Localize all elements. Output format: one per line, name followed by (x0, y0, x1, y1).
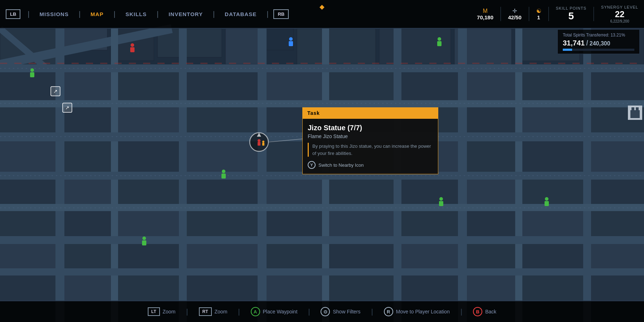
svg-rect-76 (401, 211, 458, 236)
svg-rect-63 (187, 180, 258, 204)
svg-rect-67 (467, 180, 515, 204)
bottom-hud: LT Zoom | RT Zoom | A Place Waypoint | ⊙… (0, 301, 644, 322)
position-icon: ✛ (512, 8, 517, 14)
svg-rect-8 (379, 29, 451, 64)
svg-rect-29 (0, 268, 644, 275)
svg-rect-48 (522, 107, 583, 132)
money-value: 70,180 (477, 14, 493, 20)
svg-rect-47 (467, 107, 515, 132)
svg-rect-79 (591, 211, 644, 236)
bottom-show-filters[interactable]: ⊙ Show Filters (321, 307, 360, 316)
spirits-current: 31,741 (563, 39, 585, 47)
svg-rect-97 (467, 275, 515, 301)
svg-rect-60 (0, 180, 55, 204)
bottom-sep-3: | (308, 308, 310, 316)
skill-points-box: SKILL POINTS 5 (556, 6, 587, 22)
svg-rect-82 (118, 244, 179, 268)
svg-rect-84 (267, 244, 322, 268)
svg-rect-35 (329, 72, 394, 100)
svg-rect-87 (467, 244, 515, 268)
synergy-value: 22 (615, 9, 625, 19)
svg-rect-78 (522, 211, 583, 236)
filter-button[interactable]: ⊙ (321, 307, 330, 316)
top-hud: LB | MISSIONS | MAP | SKILLS | INVENTORY… (0, 0, 644, 29)
svg-rect-64 (267, 180, 322, 204)
bottom-sep-2: | (238, 308, 240, 316)
nav-skills[interactable]: SKILLS (126, 11, 147, 17)
bottom-r-move[interactable]: R Move to Player Location (384, 307, 450, 316)
nav-map[interactable]: MAP (91, 11, 103, 17)
bottom-lt-zoom[interactable]: LT Zoom (148, 307, 176, 316)
svg-rect-93 (187, 275, 258, 301)
svg-rect-53 (187, 141, 258, 172)
svg-point-110 (30, 68, 34, 72)
svg-rect-91 (64, 275, 111, 301)
b-back-label: Back (485, 309, 496, 314)
svg-rect-32 (118, 72, 179, 100)
svg-rect-58 (522, 141, 583, 172)
svg-rect-92 (118, 275, 179, 301)
skill-points-value: 5 (569, 10, 574, 22)
svg-rect-81 (64, 244, 111, 268)
r-button[interactable]: R (384, 307, 393, 316)
svg-rect-28 (0, 236, 644, 244)
bottom-sep-1: | (186, 308, 188, 316)
svg-rect-7 (297, 29, 376, 68)
a-button[interactable]: A (251, 307, 260, 316)
money-icon: M (483, 8, 487, 14)
svg-rect-24 (0, 100, 644, 107)
svg-rect-52 (118, 141, 179, 172)
svg-rect-95 (329, 275, 394, 301)
svg-rect-89 (591, 244, 644, 268)
popup-description: By praying to this Jizo statue, you can … (308, 143, 433, 157)
svg-rect-96 (401, 275, 458, 301)
svg-text:↗: ↗ (53, 88, 58, 94)
svg-rect-50 (0, 141, 55, 172)
stat-divider-1 (501, 7, 501, 21)
svg-rect-5 (225, 29, 261, 64)
lt-zoom-label: Zoom (163, 309, 176, 314)
nav-inventory[interactable]: INVENTORY (169, 11, 203, 17)
bottom-b-back[interactable]: B Back (473, 307, 496, 316)
nav-database[interactable]: DATABASE (225, 11, 257, 17)
svg-rect-65 (329, 180, 394, 204)
yin-yang-icon: ☯ (536, 8, 541, 14)
svg-rect-123 (130, 47, 135, 52)
svg-point-116 (438, 37, 441, 41)
svg-point-134 (262, 141, 264, 143)
svg-rect-99 (591, 275, 644, 301)
svg-rect-61 (64, 180, 111, 204)
lt-button[interactable]: LT (148, 307, 160, 316)
popup-subtitle: Flame Jizo Statue (308, 133, 433, 139)
svg-rect-119 (545, 201, 549, 206)
lb-button[interactable]: LB (6, 9, 20, 19)
spirits-title: Total Spirits Transferred: 13.21% (563, 33, 634, 38)
bottom-sep-4: | (371, 308, 373, 316)
svg-point-132 (258, 139, 260, 142)
rb-button[interactable]: RB (273, 9, 289, 19)
svg-rect-40 (0, 107, 55, 132)
nav-separator-6: | (267, 10, 268, 18)
bottom-rt-zoom[interactable]: RT Zoom (199, 307, 228, 316)
svg-rect-80 (0, 244, 55, 268)
rt-button[interactable]: RT (199, 307, 212, 316)
bottom-sep-5: | (460, 308, 462, 316)
svg-rect-30 (0, 72, 55, 100)
popup-action[interactable]: Y Switch to Nearby Icon (308, 161, 433, 169)
svg-rect-94 (267, 275, 322, 301)
svg-rect-36 (401, 72, 458, 100)
b-button[interactable]: B (473, 307, 482, 316)
bottom-a-waypoint[interactable]: A Place Waypoint (251, 307, 298, 316)
a-waypoint-label: Place Waypoint (263, 309, 298, 314)
position-stat: ✛ 42/50 (508, 8, 522, 20)
svg-rect-90 (0, 275, 55, 301)
svg-rect-115 (439, 201, 443, 206)
svg-rect-75 (329, 211, 394, 236)
synergy-box: SYNERGY LEVEL 22 6,222/9,200 (601, 5, 638, 23)
nav-separator-3: | (113, 10, 115, 18)
svg-rect-6 (265, 29, 293, 50)
nav-missions[interactable]: MISSIONS (40, 11, 69, 17)
svg-rect-62 (118, 180, 179, 204)
svg-rect-111 (30, 72, 34, 77)
popup-action-btn[interactable]: Y (308, 161, 316, 169)
